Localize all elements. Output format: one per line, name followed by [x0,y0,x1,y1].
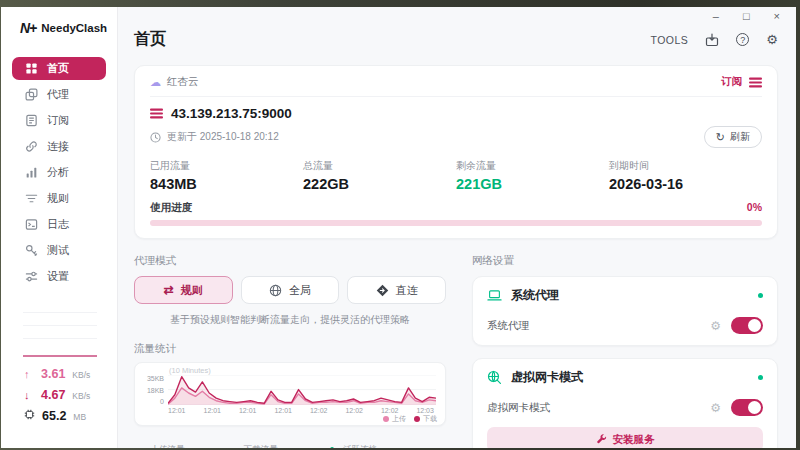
subscription-endpoint: 43.139.213.75:9000 [171,106,292,121]
sidebar-mini-chart [23,312,97,351]
x-tick: 12:02 [345,407,363,414]
chart-window-label: (10 Minutes) [169,366,211,375]
virtual-nic-icon [487,370,502,385]
x-tick: 12:03 [416,407,434,414]
system-proxy-label: 系统代理 [487,319,710,333]
traffic-lines [168,375,436,405]
proxy-mode-buttons: ⇄ 规则 全局 直连 [134,276,446,304]
y-tick: 0 [160,398,164,405]
memory-chip-icon [24,409,35,420]
sidebar-item-label: 连接 [47,139,69,154]
sidebar-item-analytics[interactable]: 分析 [12,161,106,184]
main-area: – □ × 首页 TOOLS ? ⚙ ☁ 红杏云 订阅 [118,7,796,448]
app-window: N+ NeedyClash 首页 代理 订阅 连接 分析 [1,7,796,448]
mode-button-rule[interactable]: ⇄ 规则 [134,276,233,304]
subscription-list-icon[interactable] [749,77,762,88]
y-axis-labels: 35KB18KB0 [144,375,168,405]
provider-name: 红杏云 [167,75,199,89]
legend-item: 上传 [383,414,406,424]
mode-label: 全局 [289,283,311,298]
refresh-icon: ↻ [716,132,725,142]
sidebar-upload-speed: ↑ 3.61 KB/s [1,367,117,381]
sidebar-item-label: 分析 [47,165,69,180]
refresh-button[interactable]: ↻ 刷新 [704,126,762,148]
traffic-chart-title: 流量统计 [134,342,446,356]
close-button[interactable]: × [774,9,780,23]
tun-mode-label: 虚拟网卡模式 [487,401,710,415]
refresh-label: 刷新 [730,130,750,144]
chain-link-icon [324,446,336,448]
system-proxy-header: 系统代理 [487,287,763,304]
app-logo: N+ NeedyClash [1,20,117,36]
footer-stat-label: 活跃连接 [343,444,377,448]
stat-label: 已用流量 [150,159,303,173]
endpoint-list-icon [150,108,163,119]
gear-icon[interactable]: ⚙ [710,401,721,415]
sidebar-item-proxy[interactable]: 代理 [12,83,106,106]
help-icon[interactable]: ? [736,33,749,46]
mode-button-direct[interactable]: 直连 [347,276,446,304]
sidebar-item-label: 规则 [47,191,69,206]
x-tick: 12:01 [203,407,221,414]
system-proxy-toggle[interactable] [731,317,763,334]
sidebar-item-rules[interactable]: 规则 [12,187,106,210]
sidebar: N+ NeedyClash 首页 代理 订阅 连接 分析 [1,7,118,448]
sidebar-item-home[interactable]: 首页 [12,57,106,80]
memory-unit: MB [73,412,86,422]
sidebar-item-connections[interactable]: 连接 [12,135,106,158]
stat-value: 843MB [150,176,303,192]
download-arrow-icon: ↓ [231,446,237,448]
network-settings-title: 网络设置 [472,254,778,268]
x-tick: 12:02 [381,407,399,414]
maximize-button[interactable]: □ [743,9,750,23]
logo-mark-icon: N+ [20,20,36,36]
stat-value: 2026-03-16 [609,176,762,192]
subscribe-control[interactable]: 订阅 [721,75,762,89]
sidebar-item-subscription[interactable]: 订阅 [12,109,106,132]
test-key-icon [25,244,38,257]
tun-mode-card: 虚拟网卡模式 虚拟网卡模式 ⚙ 安装服务 [472,358,778,448]
stat-value: 221GB [456,176,609,192]
install-service-button[interactable]: 安装服务 [487,427,763,448]
sidebar-item-settings[interactable]: 设置 [12,265,106,288]
logs-icon [25,218,38,231]
minimize-button[interactable]: – [713,9,719,23]
stat-label: 到期时间 [609,159,762,173]
clock-icon [150,132,161,143]
provider-info: ☁ 红杏云 [150,75,199,89]
subscription-icon [25,114,38,127]
settings-gear-icon[interactable]: ⚙ [766,32,778,47]
system-proxy-card: 系统代理 系统代理 ⚙ [472,276,778,346]
app-title: NeedyClash [41,22,107,34]
settings-sliders-icon [25,270,38,283]
tools-button[interactable]: TOOLS [650,34,688,46]
sidebar-item-label: 测试 [47,243,69,258]
x-axis-ticks: 12:0112:0112:0112:0112:0212:0212:0212:03 [168,407,434,414]
tun-mode-header: 虚拟网卡模式 [487,369,763,386]
stat-total-traffic: 总流量 222GB [303,159,456,192]
updated-row: 更新于 2025-10-18 20:12 ↻ 刷新 [150,126,762,148]
subscription-stats: 已用流量 843MB 总流量 222GB 剩余流量 221GB 到期时间 202… [150,159,762,192]
sidebar-item-test[interactable]: 测试 [12,239,106,262]
mode-button-global[interactable]: 全局 [241,276,340,304]
connections-icon [25,140,38,153]
globe-icon [269,284,282,297]
sidebar-download-speed: ↓ 4.67 KB/s [1,388,117,402]
import-icon[interactable] [705,33,719,47]
x-tick: 12:01 [168,407,186,414]
tun-mode-toggle[interactable] [731,399,763,416]
sidebar-item-label: 订阅 [47,113,69,128]
upload-speed-value: 3.61 [41,367,65,381]
sidebar-footer: ↑ 3.61 KB/s ↓ 4.67 KB/s 65.2 MB [1,312,117,448]
gear-icon[interactable]: ⚙ [710,319,721,333]
sidebar-item-logs[interactable]: 日志 [12,213,106,236]
right-column: 网络设置 系统代理 系统代理 ⚙ [472,254,778,448]
upload-speed-unit: KB/s [72,370,90,380]
stat-used-traffic: 已用流量 843MB [150,159,303,192]
sidebar-divider [23,355,97,357]
grid-icon [25,62,38,75]
traffic-footer: ↑ 上传流量 3.61 KB/s ↓ 下载流量 4.67 KB/s [134,444,446,448]
chart-legend: 上传下载 [383,414,437,424]
tun-mode-card-title: 虚拟网卡模式 [511,369,749,386]
subscribe-label[interactable]: 订阅 [721,75,742,89]
